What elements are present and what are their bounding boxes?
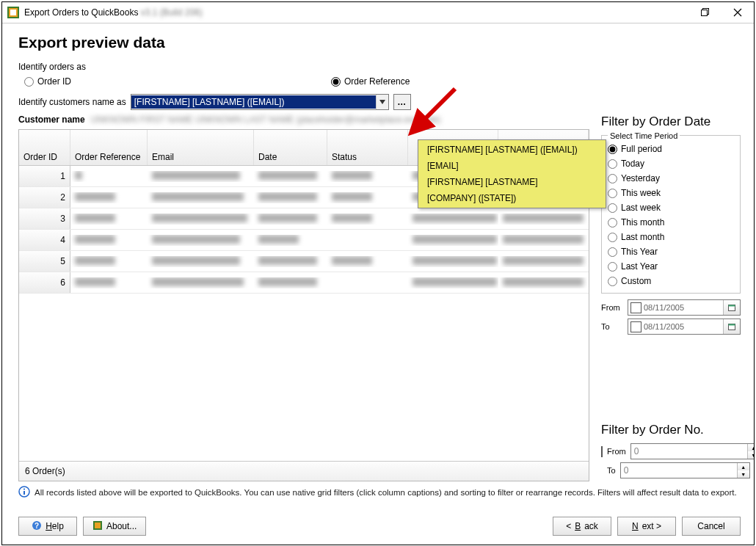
identify-orders-label: Identify orders as bbox=[18, 62, 741, 72]
svg-rect-11 bbox=[729, 305, 735, 307]
date-to-checkbox[interactable] bbox=[630, 321, 641, 332]
row-index: 4 bbox=[19, 230, 70, 250]
help-icon: ? bbox=[32, 520, 42, 533]
time-period-option[interactable]: Full period bbox=[608, 142, 734, 156]
table-row[interactable]: 5 bbox=[19, 251, 589, 272]
time-period-option[interactable]: Today bbox=[608, 156, 734, 171]
svg-rect-14 bbox=[729, 324, 735, 326]
window-title: Export Orders to QuickBooks v3.1 (Build … bbox=[24, 7, 203, 18]
titlebar: Export Orders to QuickBooks v3.1 (Build … bbox=[2, 2, 754, 23]
info-strip: All records listed above will be exporte… bbox=[18, 481, 741, 503]
combo-dropdown-button[interactable] bbox=[376, 95, 388, 109]
orderno-from-label: From bbox=[607, 447, 626, 456]
page-title: Export preview data bbox=[18, 34, 741, 51]
date-from-input[interactable]: 08/11/2005 bbox=[628, 299, 741, 316]
orderno-from-checkbox[interactable] bbox=[601, 446, 603, 457]
time-period-option[interactable]: Last week bbox=[608, 200, 734, 215]
identify-customers-label: Identify customers name as bbox=[18, 97, 126, 107]
date-from-checkbox[interactable] bbox=[630, 302, 641, 313]
window-close-button[interactable] bbox=[722, 2, 754, 23]
format-options-popup: [FIRSTNAME] [LASTNAME] ([EMAIL]) [EMAIL]… bbox=[418, 139, 606, 208]
help-button-rest: elp bbox=[52, 521, 64, 531]
customer-name-label: Customer name bbox=[18, 114, 85, 125]
calendar-icon[interactable] bbox=[723, 300, 740, 315]
row-index: 3 bbox=[19, 208, 70, 229]
time-period-option[interactable]: Last Year bbox=[608, 259, 734, 274]
filter-by-date-title: Filter by Order Date bbox=[601, 114, 741, 129]
time-period-option[interactable]: This Year bbox=[608, 244, 734, 259]
customer-name-format-input[interactable] bbox=[131, 95, 376, 109]
customer-name-preview: UNKNOWN FIRST NAME UNKNOWN LAST NAME (pl… bbox=[91, 114, 589, 125]
time-period-option[interactable]: This week bbox=[608, 186, 734, 200]
popup-option[interactable]: [FIRSTNAME] [LASTNAME] bbox=[418, 174, 606, 190]
col-header[interactable]: Order Reference bbox=[70, 130, 148, 165]
calendar-icon[interactable] bbox=[723, 319, 740, 334]
time-period-legend: Select Time Period bbox=[608, 131, 680, 140]
next-button[interactable]: Next > bbox=[617, 517, 676, 536]
app-icon bbox=[7, 6, 20, 19]
filter-by-number-title: Filter by Order No. bbox=[601, 423, 741, 437]
info-icon bbox=[18, 486, 30, 499]
table-row[interactable]: 3 bbox=[19, 208, 589, 230]
svg-marker-7 bbox=[379, 100, 385, 104]
col-header[interactable]: Date bbox=[254, 130, 327, 165]
radio-order-id[interactable]: Order ID bbox=[24, 76, 71, 87]
window-restore-button[interactable] bbox=[689, 2, 722, 23]
svg-rect-21 bbox=[95, 523, 101, 528]
table-row[interactable]: 4 bbox=[19, 230, 589, 251]
cancel-button[interactable]: Cancel bbox=[682, 517, 741, 536]
table-row[interactable]: 6 bbox=[19, 272, 589, 294]
svg-point-17 bbox=[23, 488, 25, 489]
popup-option[interactable]: [COMPANY] ([STATE]) bbox=[418, 190, 606, 206]
date-to-input[interactable]: 08/11/2005 bbox=[628, 318, 741, 335]
row-index: 1 bbox=[19, 166, 70, 186]
date-from-label: From bbox=[601, 303, 623, 312]
svg-rect-16 bbox=[23, 491, 25, 495]
customer-name-format-combo[interactable] bbox=[131, 94, 389, 110]
radio-order-reference[interactable]: Order Reference bbox=[331, 76, 410, 87]
col-order-id[interactable]: Order ID bbox=[19, 130, 70, 165]
orderno-to-label: To bbox=[607, 466, 616, 475]
about-button[interactable]: About... bbox=[83, 517, 146, 536]
row-index: 2 bbox=[19, 187, 70, 208]
orderno-from-input[interactable]: ▲▼ bbox=[630, 443, 754, 459]
time-period-option[interactable]: This month bbox=[608, 215, 734, 230]
popup-option[interactable]: [EMAIL] bbox=[418, 158, 606, 174]
date-to-label: To bbox=[601, 322, 623, 331]
svg-rect-2 bbox=[10, 10, 16, 15]
popup-option[interactable]: [FIRSTNAME] [LASTNAME] ([EMAIL]) bbox=[418, 142, 606, 158]
orderno-to-input[interactable]: ▲▼ bbox=[620, 462, 750, 478]
row-index: 6 bbox=[19, 272, 70, 293]
help-button[interactable]: ? Help bbox=[18, 517, 77, 536]
svg-text:?: ? bbox=[34, 522, 39, 530]
time-period-option[interactable]: Last month bbox=[608, 230, 734, 244]
back-button[interactable]: < Back bbox=[553, 517, 611, 536]
grid-footer: 6 Order(s) bbox=[19, 461, 589, 481]
format-builder-button[interactable]: … bbox=[393, 94, 411, 110]
about-icon bbox=[92, 520, 103, 533]
col-header[interactable]: Email bbox=[148, 130, 254, 165]
time-period-option[interactable]: Custom bbox=[608, 274, 734, 288]
time-period-option[interactable]: Yesterday bbox=[608, 171, 734, 186]
row-index: 5 bbox=[19, 251, 70, 272]
svg-rect-4 bbox=[702, 10, 708, 16]
col-header[interactable]: Status bbox=[327, 130, 408, 165]
